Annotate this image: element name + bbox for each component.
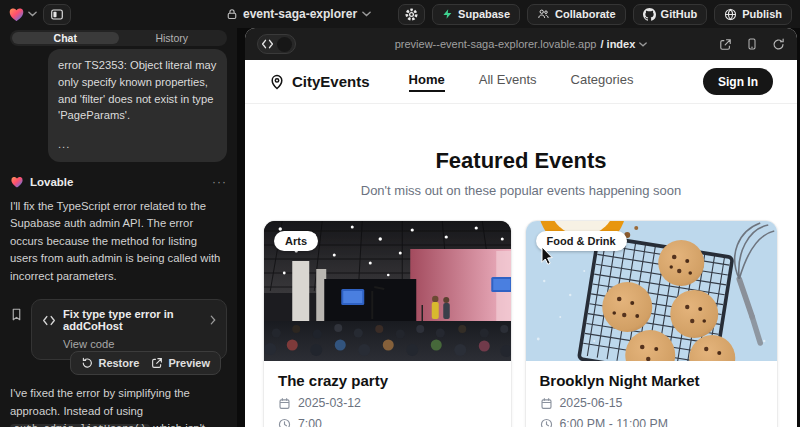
external-link-icon (151, 357, 163, 369)
app-preview: CityEvents Home All Events Categories Si… (245, 60, 797, 427)
panel-layout-icon (50, 8, 64, 21)
featured-section-header: Featured Events Don't miss out on these … (245, 148, 797, 198)
lovable-heart-icon (10, 175, 24, 189)
lovable-logo-menu[interactable] (8, 6, 37, 23)
toggle-knob (277, 37, 292, 52)
chat-sidebar: Chat History error TS2353: Object litera… (0, 28, 237, 427)
assistant-paragraph: I'll fix the TypeScript error related to… (10, 198, 227, 286)
collaborate-button[interactable]: Collaborate (527, 4, 626, 25)
assistant-header: Lovable ··· (10, 175, 227, 189)
preview-pane: preview--event-saga-explorer.lovable.app… (237, 28, 800, 427)
chevron-down-icon (639, 42, 647, 47)
code-change-title: Fix type type error in addCoHost (63, 308, 203, 332)
preview-url-bar: preview--event-saga-explorer.lovable.app… (245, 38, 797, 50)
bookmark-icon[interactable] (10, 307, 23, 322)
restore-icon (81, 357, 93, 369)
message-truncation-dots: ... (58, 136, 217, 153)
github-button[interactable]: GitHub (633, 4, 708, 25)
view-code-link[interactable]: View code (63, 338, 216, 350)
code-preview-toggle[interactable] (257, 34, 296, 54)
clock-icon (540, 418, 553, 427)
event-date: 2025-03-12 (278, 396, 497, 410)
lovable-heart-icon (8, 6, 25, 23)
event-image-conference: Arts (264, 221, 511, 361)
event-title: Brooklyn Night Market (540, 372, 763, 389)
nav-all-events[interactable]: All Events (479, 72, 537, 92)
event-title: The crazy party (278, 372, 497, 389)
publish-button[interactable]: Publish (714, 4, 792, 25)
chevron-right-icon (210, 315, 216, 325)
supabase-icon (442, 8, 453, 20)
github-icon (643, 8, 656, 21)
nav-categories[interactable]: Categories (571, 72, 634, 92)
settings-button[interactable] (398, 4, 425, 25)
sign-in-button[interactable]: Sign In (703, 68, 773, 95)
assistant-paragraph: I've fixed the error by simplifying the … (10, 385, 227, 427)
event-image-cookies: Food & Drink (526, 221, 777, 361)
preview-url[interactable]: preview--event-saga-explorer.lovable.app… (395, 38, 648, 50)
preview-version-button[interactable]: Preview (151, 357, 210, 369)
map-pin-icon (269, 74, 285, 90)
version-hover-toolbar: Restore Preview (70, 351, 221, 375)
open-in-new-tab-icon[interactable] (719, 38, 732, 51)
event-date: 2025-06-15 (540, 396, 763, 410)
section-title: Featured Events (245, 148, 797, 174)
globe-icon (724, 8, 737, 21)
event-time: 6:00 PM - 11:00 PM (540, 417, 763, 427)
calendar-icon (278, 397, 291, 410)
clock-icon (278, 418, 291, 427)
people-icon (537, 8, 550, 20)
topbar: event-saga-explorer Supabase (0, 0, 800, 28)
supabase-button[interactable]: Supabase (432, 4, 520, 25)
lock-icon (226, 8, 238, 20)
section-subtitle: Don't miss out on these popular events h… (245, 183, 797, 198)
user-message-text: error TS2353: Object literal may only sp… (58, 57, 217, 124)
chevron-down-icon (28, 11, 37, 17)
tab-chat[interactable]: Chat (12, 32, 119, 44)
code-icon (261, 39, 274, 49)
message-menu-button[interactable]: ··· (212, 175, 227, 189)
app-brand[interactable]: CityEvents (269, 73, 370, 90)
event-card[interactable]: Arts The crazy party (263, 220, 512, 427)
event-card[interactable]: Food & Drink Brooklyn Night Market (525, 220, 778, 427)
tab-history[interactable]: History (119, 32, 226, 44)
event-cards-grid: Arts The crazy party (245, 198, 797, 427)
app-header: CityEvents Home All Events Categories Si… (245, 60, 797, 104)
category-badge: Arts (274, 231, 318, 251)
nav-home[interactable]: Home (409, 72, 445, 92)
project-selector[interactable]: event-saga-explorer (226, 0, 371, 28)
user-message-bubble: error TS2353: Object literal may only sp… (48, 49, 227, 162)
sidebar-toggle-button[interactable] (43, 4, 71, 25)
category-badge: Food & Drink (536, 231, 627, 251)
calendar-icon (540, 397, 553, 410)
chevron-down-icon (362, 11, 371, 17)
chat-history-tabs: Chat History (10, 30, 227, 46)
event-time: 7:00 (278, 417, 497, 427)
restore-button[interactable]: Restore (81, 357, 139, 369)
project-name: event-saga-explorer (243, 7, 357, 21)
mobile-view-icon[interactable] (746, 37, 758, 51)
preview-chrome-bar: preview--event-saga-explorer.lovable.app… (245, 28, 797, 60)
code-icon (42, 315, 56, 326)
refresh-icon[interactable] (772, 38, 785, 51)
assistant-name: Lovable (30, 176, 73, 188)
preview-window: preview--event-saga-explorer.lovable.app… (245, 28, 797, 427)
gear-icon (404, 7, 419, 22)
